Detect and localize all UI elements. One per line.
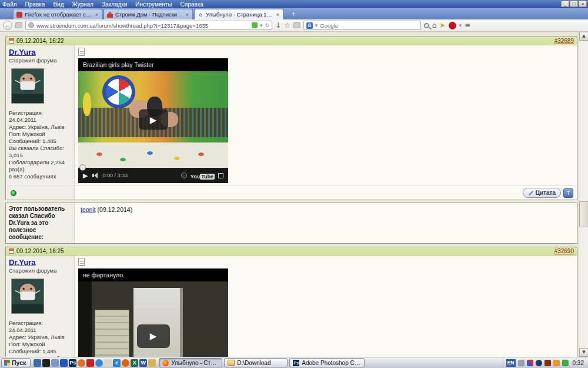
scrollbar-thumb[interactable]	[579, 201, 588, 227]
word-icon[interactable]: W	[139, 359, 147, 367]
firefox-icon[interactable]	[122, 359, 129, 367]
scroll-down-icon[interactable]: ▼	[579, 348, 588, 357]
tab1-close-icon[interactable]: ×	[95, 12, 99, 18]
post-default-icon	[78, 258, 85, 266]
task-download-folder[interactable]: D:\Download	[224, 358, 288, 367]
player-play-icon[interactable]: ▶	[83, 172, 88, 180]
internet-explorer-icon[interactable]: e	[113, 359, 121, 367]
quote-button[interactable]: Цитата	[523, 188, 561, 198]
hamburger-menu-icon[interactable]: ≡	[465, 21, 470, 29]
video-time: 0:00 / 3:33	[102, 173, 128, 178]
search-bar[interactable]: 8 ▾	[303, 21, 421, 30]
post2-username-link[interactable]: Dr.Yura	[9, 258, 36, 267]
url-text[interactable]: www.stroimdom.com.ua/forum/showthread.ph…	[36, 22, 249, 29]
back-icon[interactable]: ←	[3, 21, 12, 30]
tab-ulybnulo-active[interactable]: e Улыбнуло - Страница 1635 ... ×	[194, 9, 283, 19]
language-indicator[interactable]: EN	[506, 359, 516, 367]
post1-video-title[interactable]: Brazilian girls play Twister	[78, 58, 228, 71]
adblock-dropdown-icon[interactable]: ▾	[459, 22, 462, 28]
online-status-icon	[11, 190, 16, 196]
photoshop-icon[interactable]: Ps	[69, 359, 76, 367]
seek-handle[interactable]	[79, 164, 86, 171]
post2-number-link[interactable]: #32690	[554, 248, 574, 254]
tab1-favicon	[16, 12, 22, 18]
menu-file[interactable]: Файл	[2, 1, 17, 8]
site-identity-icon[interactable]	[28, 22, 34, 28]
tray-switcher-icon[interactable]	[527, 360, 533, 366]
tray-folder-icon[interactable]	[553, 360, 560, 366]
tray-antivirus-icon[interactable]	[562, 360, 569, 366]
menu-history[interactable]: Журнал	[72, 1, 93, 8]
tab-firefox-error[interactable]: Firefox не отображает соде... ×	[13, 9, 102, 19]
post2-user-column: Dr.Yura Старожил форума Реги	[6, 256, 75, 357]
tray-volume-icon[interactable]	[518, 360, 524, 366]
new-tab-button[interactable]: +	[286, 10, 301, 19]
reload-icon[interactable]: ↻	[265, 22, 269, 28]
post2-video-title[interactable]: не фартануло.	[78, 268, 228, 281]
play-button[interactable]: ▶	[137, 324, 170, 348]
tab3-favicon: e	[198, 12, 203, 18]
menu-tools[interactable]: Инструменты	[135, 1, 172, 8]
menu-edit[interactable]: Правка	[25, 1, 45, 8]
post1-video-player[interactable]: Brazilian girls play Twister	[78, 58, 228, 183]
restore-button[interactable]: □	[570, 1, 578, 7]
opera-icon[interactable]	[78, 359, 85, 367]
task-photoshop[interactable]: Ps Adobe Photoshop CS5 E...	[289, 358, 365, 367]
search-input[interactable]	[320, 22, 417, 29]
extension-puzzle-icon[interactable]	[252, 22, 258, 28]
panel-icon[interactable]	[15, 22, 22, 28]
taskbar: Пуск Ps e X W Улыбнуло - Страниц... D:\D…	[0, 357, 588, 368]
calendar-icon	[9, 38, 14, 44]
home-icon[interactable]: ⌂	[432, 21, 437, 29]
post-default-icon	[78, 48, 85, 56]
chevron-down-icon[interactable]: ▾	[260, 22, 263, 28]
tab2-close-icon[interactable]: ×	[185, 12, 189, 18]
thanks-label: Этот пользователь сказал Спасибо Dr.Yura…	[6, 203, 75, 243]
tab2-title: Строим Дом - Подписки	[115, 11, 183, 18]
fullscreen-icon[interactable]	[218, 173, 223, 178]
app-red-icon[interactable]	[86, 359, 94, 367]
excel-icon[interactable]: X	[131, 359, 138, 367]
scroll-up-icon[interactable]: ▲	[579, 32, 588, 41]
thanks-user-link[interactable]: teonit	[81, 206, 96, 213]
minimize-button[interactable]: _	[561, 1, 569, 7]
task-firefox[interactable]: Улыбнуло - Страниц...	[159, 358, 222, 367]
monitor-icon[interactable]	[42, 359, 50, 367]
save-icon[interactable]	[60, 359, 68, 367]
google-engine-icon[interactable]: 8	[306, 22, 313, 29]
downloads-icon[interactable]: ↓	[275, 21, 281, 29]
vertical-scrollbar[interactable]: ▲ ▼	[579, 32, 588, 357]
post1-avatar[interactable]	[11, 68, 44, 104]
close-button[interactable]: ×	[579, 1, 587, 7]
menu-help[interactable]: Справка	[181, 1, 203, 8]
pointer-addon-icon[interactable]: ➤	[439, 21, 445, 29]
key-icon[interactable]	[148, 359, 156, 367]
post1-username-link[interactable]: Dr.Yura	[9, 48, 36, 57]
show-desktop-icon[interactable]	[34, 359, 41, 367]
play-button[interactable]: ▶	[139, 110, 168, 130]
post2-avatar[interactable]	[11, 279, 44, 314]
tab3-close-icon[interactable]: ×	[276, 12, 280, 18]
post1-number-link[interactable]: #32689	[554, 38, 574, 44]
search-icon[interactable]	[424, 23, 429, 28]
info-icon[interactable]: i	[181, 173, 187, 178]
go-top-button[interactable]: ↑	[563, 188, 573, 198]
post2-message-column: не фартануло. ▶ OMBO VINE DETS.RU	[75, 256, 577, 357]
skype-icon[interactable]	[95, 359, 103, 367]
menu-bookmarks[interactable]: Закладки	[102, 1, 127, 8]
post2-video-player[interactable]: не фартануло. ▶ OMBO VINE DETS.RU	[78, 268, 228, 357]
start-button[interactable]: Пуск	[1, 358, 31, 367]
tray-update-icon[interactable]	[544, 360, 551, 366]
youtube-logo[interactable]: You	[191, 174, 200, 180]
tab-stroimdom-subscriptions[interactable]: Строим Дом - Подписки ×	[103, 9, 193, 19]
bookmarks-menu-icon[interactable]	[293, 22, 300, 28]
url-bar[interactable]: www.stroimdom.com.ua/forum/showthread.ph…	[25, 21, 272, 30]
mail-icon[interactable]	[104, 359, 112, 367]
messenger-icon[interactable]	[51, 359, 59, 367]
bookmark-star-icon[interactable]: ☆	[284, 21, 290, 29]
adblock-icon[interactable]	[449, 22, 456, 29]
volume-icon[interactable]	[92, 173, 98, 178]
search-engine-dropdown-icon[interactable]: ▾	[315, 22, 318, 28]
menu-view[interactable]: Вид	[53, 1, 64, 8]
tray-app-icon[interactable]	[536, 360, 542, 366]
